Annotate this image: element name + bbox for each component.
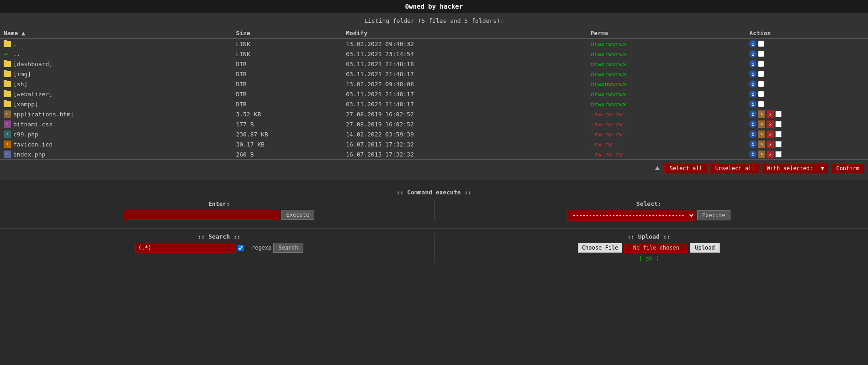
file-name-text[interactable]: c99.php xyxy=(13,131,38,138)
cmd-right: Select: --------------------------------… xyxy=(434,200,864,221)
info-icon[interactable]: i xyxy=(749,120,757,128)
info-icon[interactable]: i xyxy=(749,130,757,138)
info-icon[interactable]: i xyxy=(749,70,757,78)
row-checkbox[interactable] xyxy=(775,121,782,127)
confirm-button[interactable]: Confirm xyxy=(831,163,864,173)
info-icon[interactable]: i xyxy=(749,151,757,158)
top-bar: Owned by hacker xyxy=(0,0,868,13)
upload-button[interactable]: Upload xyxy=(690,243,720,253)
cmd-select-execute-button[interactable]: Execute xyxy=(697,210,730,220)
file-name-text[interactable]: applications.html xyxy=(13,111,74,118)
row-checkbox[interactable] xyxy=(758,101,764,107)
file-action: i✎✕ xyxy=(746,129,868,139)
file-name-text[interactable]: . xyxy=(13,41,17,47)
folder-icon xyxy=(4,81,11,87)
info-icon[interactable]: i xyxy=(749,80,757,88)
file-name-cell: [img] xyxy=(0,69,232,79)
file-action: i✎✕ xyxy=(746,119,868,129)
col-header-name[interactable]: Name ▲ xyxy=(0,28,232,39)
row-checkbox[interactable] xyxy=(758,61,764,67)
file-modify: 13.02.2022 09:48:08 xyxy=(342,79,587,89)
file-name-text[interactable]: .. xyxy=(13,51,21,57)
file-name-text[interactable]: [sh] xyxy=(13,81,27,88)
file-name-text[interactable]: [xampp] xyxy=(13,101,38,108)
choose-file-button[interactable]: Choose File xyxy=(578,243,622,253)
c99-file-icon: ⚡ xyxy=(4,130,11,138)
search-button[interactable]: Search xyxy=(273,243,303,253)
folder-icon xyxy=(4,91,11,97)
file-modify: 13.02.2022 09:40:32 xyxy=(342,39,587,49)
col-header-modify: Modify xyxy=(342,28,587,39)
cmd-input-field[interactable] xyxy=(124,210,279,220)
file-name-cell: [dashboard] xyxy=(0,59,232,69)
info-icon[interactable]: i xyxy=(749,60,757,68)
edit-icon[interactable]: ✎ xyxy=(758,151,765,158)
cmd-select-field[interactable]: ----------------------------------------… xyxy=(567,210,695,221)
file-name-text[interactable]: bitnami.css xyxy=(13,121,53,128)
file-perms: drwxrwxrwx xyxy=(587,69,746,79)
file-name-cell: . xyxy=(0,39,232,49)
delete-icon[interactable]: ✕ xyxy=(767,110,774,118)
file-action: i xyxy=(746,39,868,49)
info-icon[interactable]: i xyxy=(749,90,757,98)
info-icon[interactable]: i xyxy=(749,141,757,148)
edit-icon[interactable]: ✎ xyxy=(758,130,765,138)
file-name-text[interactable]: index.php xyxy=(13,151,45,158)
row-checkbox[interactable] xyxy=(758,91,764,97)
table-row: Cbitnami.css177 B27.08.2019 16:02:52-rw-… xyxy=(0,119,868,129)
file-name-text[interactable]: [img] xyxy=(13,71,31,78)
file-size: DIR xyxy=(232,89,342,99)
row-checkbox[interactable] xyxy=(758,71,764,77)
search-input[interactable] xyxy=(135,243,236,253)
table-row: [img]DIR03.11.2021 21:48:17drwxrwxrwxi xyxy=(0,69,868,79)
row-checkbox[interactable] xyxy=(775,111,782,117)
row-checkbox[interactable] xyxy=(758,81,764,87)
back-icon: ↩ xyxy=(4,51,11,57)
folder-icon xyxy=(4,101,11,107)
file-modify: 16.07.2015 17:32:32 xyxy=(342,139,587,149)
file-perms: -rw-rw-rw- xyxy=(587,119,746,129)
row-checkbox[interactable] xyxy=(758,51,764,57)
file-modify: 16.07.2015 17:32:32 xyxy=(342,149,587,159)
select-all-button[interactable]: Select all xyxy=(664,163,707,173)
cmd-select-label: Select: xyxy=(636,200,662,207)
file-section: Listing folder (5 files and 5 folders): … xyxy=(0,13,868,180)
edit-icon[interactable]: ✎ xyxy=(758,141,765,148)
with-selected-wrap: With selected: ▼ xyxy=(762,163,828,173)
file-name-text[interactable]: [webalizer] xyxy=(13,91,53,98)
info-icon[interactable]: i xyxy=(749,40,757,47)
file-perms: drwxrwxrwx xyxy=(587,49,746,59)
folder-icon xyxy=(4,71,11,77)
file-name-text[interactable]: [dashboard] xyxy=(13,61,53,68)
file-perms: drwxrwxrwx xyxy=(587,39,746,49)
delete-icon[interactable]: ✕ xyxy=(767,130,774,138)
cmd-execute-button[interactable]: Execute xyxy=(281,210,314,220)
row-checkbox[interactable] xyxy=(775,151,782,157)
file-name-cell: [webalizer] xyxy=(0,89,232,99)
no-file-text: No file chosen xyxy=(624,243,688,253)
edit-icon[interactable]: ✎ xyxy=(758,120,765,128)
info-icon[interactable]: i xyxy=(749,50,757,57)
delete-icon[interactable]: ✕ xyxy=(767,151,774,158)
info-icon[interactable]: i xyxy=(749,110,757,118)
delete-icon[interactable]: ✕ xyxy=(767,120,774,128)
file-name-text[interactable]: favicon.ico xyxy=(13,141,53,148)
search-row: - regexp Search xyxy=(135,243,303,253)
row-checkbox[interactable] xyxy=(775,131,782,137)
bottom-section: :: Search :: - regexp Search :: Upload :… xyxy=(0,228,868,266)
info-icon[interactable]: i xyxy=(749,100,757,108)
row-checkbox[interactable] xyxy=(775,141,782,147)
unselect-all-button[interactable]: Unselect all xyxy=(710,163,760,173)
row-checkbox[interactable] xyxy=(758,41,764,47)
search-title: :: Search :: xyxy=(198,233,241,240)
delete-icon[interactable]: ✕ xyxy=(767,141,774,148)
with-selected-dropdown[interactable]: ▼ xyxy=(817,163,829,173)
file-size: DIR xyxy=(232,79,342,89)
file-modify: 27.08.2019 16:02:52 xyxy=(342,119,587,129)
table-row: [dashboard]DIR03.11.2021 21:48:18drwxrwx… xyxy=(0,59,868,69)
file-perms: drwxrwxrwx xyxy=(587,99,746,109)
file-action: i xyxy=(746,89,868,99)
edit-icon[interactable]: ✎ xyxy=(758,110,765,118)
regex-checkbox[interactable] xyxy=(238,245,243,251)
cmd-row: Enter: Execute Select: -----------------… xyxy=(5,200,863,221)
